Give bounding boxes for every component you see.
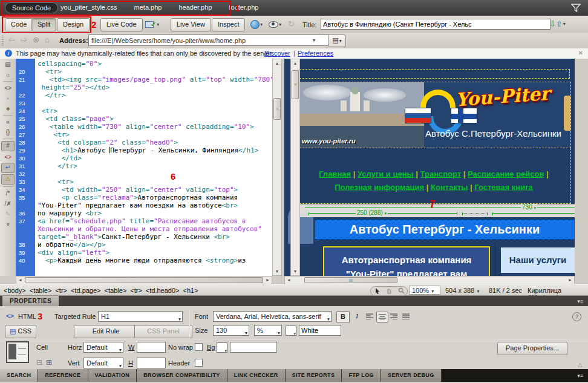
color-value-input[interactable] [299, 325, 341, 336]
code-navigator-icon[interactable]: ☼ [2, 70, 14, 79]
code-line[interactable]: 27 <tr> [16, 131, 272, 139]
bold-button[interactable]: B [336, 311, 350, 323]
code-line[interactable]: 38и обратно</a></p> [16, 241, 272, 249]
code-line[interactable]: 32 [16, 170, 272, 178]
syntax-error-alerts-icon[interactable]: ⚠ [1, 174, 15, 185]
file-management-icon[interactable]: ⇩⇧▾ [549, 19, 566, 28]
word-wrap-icon[interactable]: ↵ [1, 163, 15, 173]
design-view-button[interactable]: Design [57, 18, 90, 31]
forward-icon[interactable]: ⇨ [21, 35, 27, 44]
expand-all-icon[interactable]: ∗ [2, 104, 14, 113]
promo-box[interactable]: Автотранспортная компания"You-Piter" пре… [323, 246, 490, 276]
format-source-code-icon[interactable]: ✎ [2, 209, 14, 218]
results-tab-validation[interactable]: VALIDATION [88, 369, 137, 382]
scroll-thumb[interactable]: III [304, 277, 397, 283]
tag-selector-item[interactable]: <body> [4, 287, 26, 294]
no-wrap-checkbox[interactable] [195, 343, 203, 351]
home-icon[interactable]: ⌂ [45, 35, 50, 44]
panel-menu-icon[interactable]: ▾≡ [577, 373, 583, 379]
code-editor[interactable]: cellspacing="0">20 <tr>21 <td><img src="… [16, 59, 272, 276]
table-width-bar[interactable]: 730 ▾ 250 (288) ▾ [300, 204, 575, 217]
code-line[interactable]: 31 </tr> [16, 162, 272, 170]
code-horizontal-scrollbar[interactable]: ◄ ► [16, 276, 272, 284]
code-line[interactable]: 33 <tr> [16, 178, 272, 186]
align-left-icon[interactable] [364, 312, 375, 321]
file-tab[interactable]: footer.php [229, 4, 258, 11]
tag-selector-item[interactable]: <tr> [55, 287, 67, 294]
code-line[interactable]: 25 <td class="page"> [16, 115, 272, 123]
inspect-button[interactable]: Inspect [212, 18, 245, 31]
highlight-invalid-code-icon[interactable]: <> [2, 152, 14, 162]
address-input[interactable] [88, 34, 332, 46]
preferences-link[interactable]: Preferences [298, 50, 333, 57]
discover-link[interactable]: Discover [264, 50, 290, 57]
horz-select[interactable]: Default▾ [83, 342, 123, 353]
results-tab-reference[interactable]: REFERENCE [38, 369, 88, 382]
code-vertical-scrollbar[interactable]: ▲ ≡ ▼ [272, 59, 282, 276]
close-infobar-icon[interactable]: ✕ [578, 50, 583, 56]
code-line[interactable]: height="25"></td> [16, 83, 272, 91]
live-view-button[interactable]: Live View [171, 18, 211, 31]
page-properties-button[interactable]: Page Properties... [497, 342, 567, 355]
zoom-tool-icon[interactable] [398, 287, 405, 295]
split-view-button[interactable]: Split [31, 18, 56, 31]
text-color-swatch[interactable] [286, 326, 296, 336]
collapse-panel-icon[interactable]: » [4, 218, 13, 231]
html-mode-icon[interactable]: <> [6, 312, 14, 319]
live-code-button[interactable]: Live Code [100, 18, 143, 31]
code-line[interactable]: 35 <p class="reclama">Автотранспортная к… [16, 194, 272, 201]
select-parent-tag-icon[interactable]: « [2, 117, 14, 126]
scroll-up-icon[interactable]: ▲ [273, 61, 281, 65]
edit-rule-button[interactable]: Edit Rule [74, 325, 138, 338]
font-select[interactable]: Verdana, Arial, Helvetica, sans-serif▾ [213, 311, 332, 322]
code-line[interactable]: 36по маршруту <br> [16, 209, 272, 217]
code-line[interactable]: 28 <td colspan="2" class="head0"> [16, 139, 272, 146]
align-right-icon[interactable] [388, 312, 399, 321]
apply-comment-icon[interactable]: /* [2, 189, 14, 198]
scroll-thumb[interactable] [25, 277, 263, 283]
resize-grip-icon[interactable]: △ [578, 362, 582, 368]
line-numbers-icon[interactable]: # [1, 141, 15, 151]
scroll-left-icon[interactable]: ◄ [287, 278, 291, 282]
stop-icon[interactable]: ⊗ [33, 35, 39, 44]
code-line[interactable]: 24 <tr> [16, 107, 272, 115]
code-line[interactable]: 23 [16, 99, 272, 107]
size-select[interactable]: 130▾ [213, 325, 249, 336]
code-line[interactable]: 37<a href="schedule.php" title="Расписан… [16, 217, 272, 225]
services-heading[interactable]: Наши услуги [501, 247, 575, 273]
tag-selector-item[interactable]: <td.head0> [146, 287, 180, 294]
results-tab-ftp-log[interactable]: FTP LOG [342, 369, 381, 382]
scroll-down-icon[interactable]: ▼ [273, 269, 281, 273]
code-line[interactable]: 22 </tr> [16, 91, 272, 99]
menu-link[interactable]: Услуги и цены [358, 169, 414, 178]
code-line[interactable]: 30 </td> [16, 154, 272, 162]
column-width-250[interactable]: 250 (288) ▾ [356, 209, 388, 216]
check-browser-compatibility-icon[interactable]: ✓▾ [145, 21, 159, 28]
header-checkbox[interactable] [195, 359, 203, 367]
menu-link[interactable]: Транспорт [420, 169, 462, 178]
select-tool-icon[interactable] [374, 287, 381, 295]
back-icon[interactable]: ⇦ [8, 35, 15, 44]
menu-link[interactable]: Расписание рейсов [468, 169, 544, 178]
balance-braces-icon[interactable]: {} [2, 128, 14, 137]
code-line[interactable]: 39<div align="left"> [16, 249, 272, 257]
results-tab-server-debug[interactable]: SERVER DEBUG [381, 369, 442, 382]
hand-tool-icon[interactable] [386, 287, 393, 295]
code-line[interactable]: target="_blank">Санкт-Петербург - Хельси… [16, 233, 272, 241]
browser-list-icon[interactable]: ▤▾ [328, 34, 346, 47]
table-width-730[interactable]: 730 ▾ [521, 204, 537, 211]
toolbar-grip[interactable] [2, 36, 4, 45]
align-justify-icon[interactable] [400, 312, 411, 321]
design-vertical-scrollbar[interactable]: ▲ ≡ ▼ [290, 59, 300, 276]
code-line[interactable]: "You-Piter" предлагает вам поездки на ав… [16, 201, 272, 209]
page-heading[interactable]: Автобус Петербург - Хельсинки [315, 220, 575, 240]
bg-color-input[interactable] [230, 342, 277, 353]
italic-button[interactable]: I [351, 311, 363, 322]
scroll-up-icon[interactable]: ▲ [291, 61, 299, 65]
page-top-strip[interactable] [296, 69, 570, 79]
bg-color-swatch[interactable] [217, 342, 227, 353]
code-line[interactable]: 40 <p>Каждый день многие люди отправляют… [16, 257, 272, 264]
tag-selector-item[interactable]: <h1> [183, 287, 198, 294]
site-banner[interactable]: You-Piter Автобус С.Петербург-Хельсинки … [296, 82, 571, 148]
menu-link[interactable]: Главная [319, 169, 351, 178]
